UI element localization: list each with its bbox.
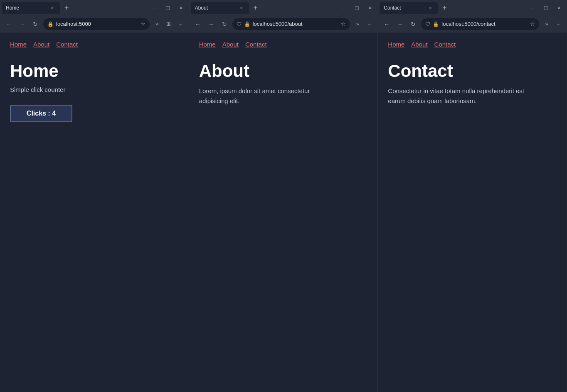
nav-links-contact: Home About Contact (388, 41, 557, 48)
tab-close-home[interactable]: × (49, 5, 56, 11)
close-button-home[interactable]: × (175, 2, 187, 14)
reload-button-about[interactable]: ↻ (219, 19, 230, 30)
window-controls-about: − □ × (338, 2, 376, 14)
chevron-icon-about[interactable]: » (353, 19, 362, 29)
nav-link-contact[interactable]: Contact (56, 41, 78, 48)
window-controls-contact: − □ × (527, 2, 565, 14)
page-title-home: Home (10, 61, 179, 81)
tab-label-contact: Contact (384, 5, 424, 11)
page-content-contact: Home About Contact Contact Consectetur i… (378, 32, 567, 392)
nav-link-about[interactable]: About (33, 41, 49, 48)
address-bar-contact: ← → ↻ 🛡 🔒 localhost:5000/contact ☆ » ≡ (378, 16, 567, 32)
browser-window-home: Home × + − □ × ← → ↻ 🔒 localhost:5000 ☆ … (0, 0, 189, 392)
minimize-button-contact[interactable]: − (527, 2, 538, 14)
address-input-home[interactable]: 🔒 localhost:5000 ☆ (43, 18, 150, 30)
tab-label-home: Home (6, 5, 46, 11)
nav-link-about-contact[interactable]: About (411, 41, 427, 48)
back-button-home[interactable]: ← (3, 19, 14, 30)
nav-link-home-about[interactable]: Home (199, 41, 216, 48)
minimize-button-home[interactable]: − (149, 2, 160, 14)
address-extras-home: » ⊞ ≡ (152, 19, 185, 29)
close-button-about[interactable]: × (364, 2, 376, 14)
nav-links-home: Home About Contact (10, 41, 179, 48)
extensions-icon-home[interactable]: ⊞ (164, 19, 174, 29)
nav-link-about-about[interactable]: About (222, 41, 239, 48)
lock-icon-about: 🔒 (244, 21, 250, 27)
tab-contact[interactable]: Contact × (380, 2, 438, 14)
window-controls-home: − □ × (149, 2, 187, 14)
address-input-contact[interactable]: 🛡 🔒 localhost:5000/contact ☆ (421, 18, 539, 30)
forward-button-home[interactable]: → (17, 19, 27, 30)
menu-icon-about[interactable]: ≡ (364, 19, 374, 29)
star-icon-contact[interactable]: ☆ (530, 21, 535, 27)
star-icon-home[interactable]: ☆ (141, 21, 145, 27)
star-icon-about[interactable]: ☆ (341, 21, 346, 27)
reload-button-home[interactable]: ↻ (30, 19, 41, 30)
reload-button-contact[interactable]: ↻ (408, 19, 419, 30)
nav-link-home[interactable]: Home (10, 41, 27, 48)
menu-icon-home[interactable]: ≡ (175, 19, 185, 29)
chevron-icon-home[interactable]: » (152, 19, 162, 29)
url-text-about: localhost:5000/about (253, 21, 339, 27)
new-tab-button-home[interactable]: + (61, 2, 72, 14)
chevron-icon-contact[interactable]: » (542, 19, 552, 29)
title-bar-contact: Contact × + − □ × (378, 0, 567, 16)
forward-button-about[interactable]: → (206, 19, 217, 30)
minimize-button-about[interactable]: − (338, 2, 349, 14)
forward-button-contact[interactable]: → (394, 19, 405, 30)
new-tab-button-contact[interactable]: + (439, 2, 450, 14)
title-bar-home: Home × + − □ × (0, 0, 189, 16)
url-text-home: localhost:5000 (56, 21, 138, 27)
address-input-about[interactable]: 🛡 🔒 localhost:5000/about ☆ (232, 18, 350, 30)
nav-link-contact-contact[interactable]: Contact (434, 41, 456, 48)
maximize-button-home[interactable]: □ (162, 2, 174, 14)
browser-window-contact: Contact × + − □ × ← → ↻ 🛡 🔒 localhost:50… (378, 0, 567, 392)
page-title-contact: Contact (388, 61, 557, 81)
tab-close-contact[interactable]: × (427, 5, 434, 11)
page-body-contact: Consectetur in vitae totam nulla reprehe… (388, 86, 529, 106)
page-body-about: Lorem, ipsum dolor sit amet consectetur … (199, 86, 340, 106)
address-bar-home: ← → ↻ 🔒 localhost:5000 ☆ » ⊞ ≡ (0, 16, 189, 32)
shield-icon-about: 🛡 (237, 21, 242, 27)
page-content-about: Home About Contact About Lorem, ipsum do… (189, 32, 378, 392)
title-bar-about: About × + − □ × (189, 0, 378, 16)
browser-window-about: About × + − □ × ← → ↻ 🛡 🔒 localhost:5000… (189, 0, 378, 392)
address-extras-contact: » ≡ (542, 19, 563, 29)
maximize-button-about[interactable]: □ (351, 2, 362, 14)
tab-about[interactable]: About × (191, 2, 249, 14)
maximize-button-contact[interactable]: □ (540, 2, 552, 14)
shield-icon-contact: 🛡 (425, 21, 430, 27)
back-button-about[interactable]: ← (192, 19, 203, 30)
page-subtitle-home: Simple click counter (10, 86, 179, 93)
page-title-about: About (199, 61, 368, 81)
tab-home[interactable]: Home × (2, 2, 60, 14)
tab-close-about[interactable]: × (238, 5, 245, 11)
nav-link-contact-about[interactable]: Contact (245, 41, 267, 48)
menu-icon-contact[interactable]: ≡ (553, 19, 563, 29)
click-counter-button[interactable]: Clicks : 4 (10, 105, 72, 122)
page-content-home: Home About Contact Home Simple click cou… (0, 32, 189, 392)
lock-icon-contact: 🔒 (433, 21, 439, 27)
tab-label-about: About (195, 5, 235, 11)
close-button-contact[interactable]: × (553, 2, 565, 14)
url-text-contact: localhost:5000/contact (441, 21, 528, 27)
address-bar-about: ← → ↻ 🛡 🔒 localhost:5000/about ☆ » ≡ (189, 16, 378, 32)
back-button-contact[interactable]: ← (381, 19, 392, 30)
nav-links-about: Home About Contact (199, 41, 368, 48)
nav-link-home-contact[interactable]: Home (388, 41, 404, 48)
new-tab-button-about[interactable]: + (250, 2, 261, 14)
address-extras-about: » ≡ (353, 19, 374, 29)
lock-icon-home: 🔒 (47, 21, 54, 27)
